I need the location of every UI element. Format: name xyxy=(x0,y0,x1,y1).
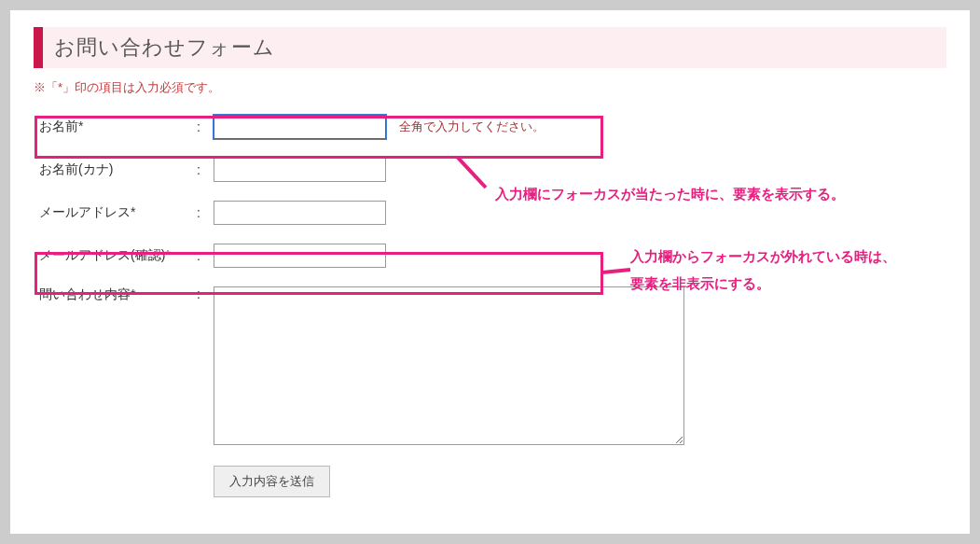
label-name-kana: お名前(カナ) xyxy=(34,161,197,178)
colon: : xyxy=(197,248,214,263)
label-inquiry: 問い合わせ内容* xyxy=(34,286,197,303)
textarea-inquiry[interactable] xyxy=(214,286,684,445)
field-row-name: お名前* : 全角で入力してください。 xyxy=(34,105,946,148)
input-email[interactable] xyxy=(214,201,386,225)
colon: : xyxy=(197,205,214,220)
input-name-kana[interactable] xyxy=(214,158,386,182)
colon: : xyxy=(197,286,214,301)
input-name[interactable] xyxy=(214,115,386,139)
annotation-blur: 入力欄からフォーカスが外れている時は、 要素を非表示にする。 xyxy=(630,244,896,297)
hint-name: 全角で入力してください。 xyxy=(399,119,545,135)
submit-button[interactable]: 入力内容を送信 xyxy=(214,466,330,497)
colon: : xyxy=(197,162,214,177)
submit-row: 入力内容を送信 xyxy=(34,454,946,497)
input-email-confirm[interactable] xyxy=(214,244,386,268)
label-email: メールアドレス* xyxy=(34,204,197,221)
form-container: お問い合わせフォーム ※「*」印の項目は入力必須です。 お名前* : 全角で入力… xyxy=(9,9,971,535)
annotation-focus: 入力欄にフォーカスが当たった時に、要素を表示する。 xyxy=(495,181,845,208)
colon: : xyxy=(197,119,214,134)
page-title: お問い合わせフォーム xyxy=(43,34,275,62)
header-accent-bar xyxy=(34,27,43,68)
page-header: お問い合わせフォーム xyxy=(34,27,946,68)
required-note: ※「*」印の項目は入力必須です。 xyxy=(34,79,946,96)
field-row-inquiry: 問い合わせ内容* : xyxy=(34,277,946,454)
label-name: お名前* xyxy=(34,119,197,135)
label-email-confirm: メールアドレス(確認)* xyxy=(34,247,197,264)
